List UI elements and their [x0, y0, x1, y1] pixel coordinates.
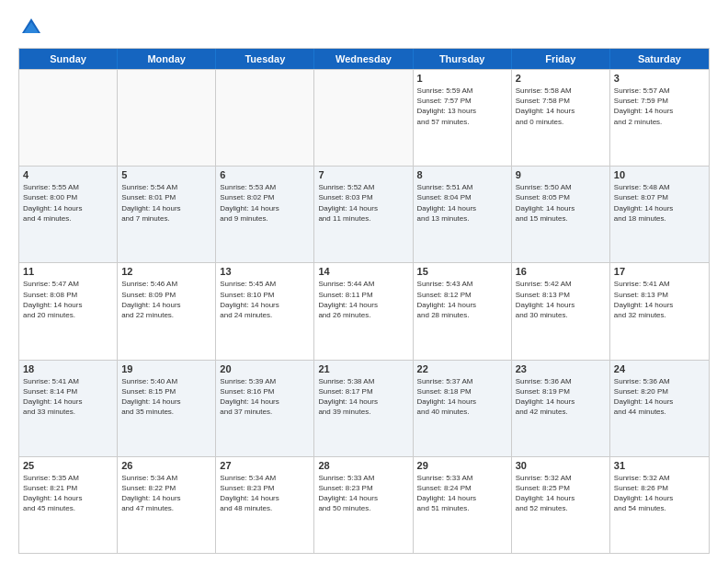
day-number: 2 — [516, 73, 606, 84]
cal-header-day: Sunday — [19, 49, 118, 69]
day-number: 12 — [121, 266, 211, 277]
calendar-row: 4Sunrise: 5:55 AM Sunset: 8:00 PM Daylig… — [19, 166, 709, 262]
day-info: Sunrise: 5:58 AM Sunset: 7:58 PM Dayligh… — [516, 86, 606, 127]
calendar-cell: 1Sunrise: 5:59 AM Sunset: 7:57 PM Daylig… — [414, 70, 512, 166]
calendar-cell: 8Sunrise: 5:51 AM Sunset: 8:04 PM Daylig… — [414, 167, 512, 262]
day-number: 15 — [417, 266, 507, 277]
day-info: Sunrise: 5:48 AM Sunset: 8:07 PM Dayligh… — [614, 182, 705, 224]
day-info: Sunrise: 5:47 AM Sunset: 8:08 PM Dayligh… — [23, 279, 113, 320]
day-number: 18 — [23, 363, 113, 374]
calendar-cell: 3Sunrise: 5:57 AM Sunset: 7:59 PM Daylig… — [610, 70, 709, 166]
logo-icon — [18, 15, 44, 40]
day-number: 22 — [417, 363, 507, 374]
day-info: Sunrise: 5:42 AM Sunset: 8:13 PM Dayligh… — [516, 279, 606, 320]
logo — [18, 15, 48, 40]
calendar-cell: 28Sunrise: 5:33 AM Sunset: 8:23 PM Dayli… — [314, 457, 413, 553]
calendar-cell: 24Sunrise: 5:36 AM Sunset: 8:20 PM Dayli… — [610, 361, 709, 456]
day-number: 20 — [220, 363, 310, 374]
day-number: 11 — [23, 266, 113, 277]
day-number: 19 — [121, 363, 211, 374]
day-number: 6 — [220, 169, 310, 180]
day-number: 5 — [121, 169, 211, 180]
calendar-cell: 7Sunrise: 5:52 AM Sunset: 8:03 PM Daylig… — [314, 167, 413, 262]
day-info: Sunrise: 5:45 AM Sunset: 8:10 PM Dayligh… — [220, 279, 310, 320]
day-info: Sunrise: 5:38 AM Sunset: 8:17 PM Dayligh… — [318, 376, 408, 418]
day-number: 26 — [121, 460, 211, 471]
day-info: Sunrise: 5:39 AM Sunset: 8:16 PM Dayligh… — [220, 376, 310, 418]
calendar: SundayMondayTuesdayWednesdayThursdayFrid… — [18, 48, 710, 554]
day-number: 1 — [417, 73, 507, 84]
day-number: 27 — [220, 460, 310, 471]
calendar-cell: 29Sunrise: 5:33 AM Sunset: 8:24 PM Dayli… — [414, 457, 512, 553]
day-info: Sunrise: 5:43 AM Sunset: 8:12 PM Dayligh… — [417, 279, 507, 320]
calendar-cell: 30Sunrise: 5:32 AM Sunset: 8:25 PM Dayli… — [512, 457, 610, 553]
calendar-cell: 19Sunrise: 5:40 AM Sunset: 8:15 PM Dayli… — [118, 361, 216, 456]
day-info: Sunrise: 5:51 AM Sunset: 8:04 PM Dayligh… — [417, 182, 507, 224]
day-number: 7 — [318, 169, 408, 180]
day-number: 9 — [516, 169, 606, 180]
calendar-row: 18Sunrise: 5:41 AM Sunset: 8:14 PM Dayli… — [19, 360, 709, 456]
calendar-cell: 16Sunrise: 5:42 AM Sunset: 8:13 PM Dayli… — [512, 263, 610, 359]
day-info: Sunrise: 5:55 AM Sunset: 8:00 PM Dayligh… — [23, 182, 113, 224]
day-info: Sunrise: 5:44 AM Sunset: 8:11 PM Dayligh… — [318, 279, 408, 320]
day-number: 28 — [318, 460, 408, 471]
day-number: 13 — [220, 266, 310, 277]
header — [18, 15, 710, 40]
calendar-cell: 20Sunrise: 5:39 AM Sunset: 8:16 PM Dayli… — [216, 361, 314, 456]
day-number: 29 — [417, 460, 507, 471]
day-number: 14 — [318, 266, 408, 277]
calendar-row: 25Sunrise: 5:35 AM Sunset: 8:21 PM Dayli… — [19, 456, 709, 553]
day-info: Sunrise: 5:54 AM Sunset: 8:01 PM Dayligh… — [121, 182, 211, 224]
calendar-cell: 14Sunrise: 5:44 AM Sunset: 8:11 PM Dayli… — [314, 263, 413, 359]
day-info: Sunrise: 5:37 AM Sunset: 8:18 PM Dayligh… — [417, 376, 507, 418]
cal-header-day: Tuesday — [216, 49, 314, 69]
day-info: Sunrise: 5:34 AM Sunset: 8:22 PM Dayligh… — [121, 473, 211, 514]
calendar-row: 1Sunrise: 5:59 AM Sunset: 7:57 PM Daylig… — [19, 69, 709, 166]
day-number: 17 — [614, 266, 705, 277]
calendar-cell: 13Sunrise: 5:45 AM Sunset: 8:10 PM Dayli… — [216, 263, 314, 359]
calendar-cell: 27Sunrise: 5:34 AM Sunset: 8:23 PM Dayli… — [216, 457, 314, 553]
day-number: 25 — [23, 460, 113, 471]
day-number: 16 — [516, 266, 606, 277]
day-info: Sunrise: 5:46 AM Sunset: 8:09 PM Dayligh… — [121, 279, 211, 320]
calendar-cell: 15Sunrise: 5:43 AM Sunset: 8:12 PM Dayli… — [414, 263, 512, 359]
calendar-cell: 17Sunrise: 5:41 AM Sunset: 8:13 PM Dayli… — [610, 263, 709, 359]
cal-header-day: Monday — [118, 49, 216, 69]
calendar-cell: 12Sunrise: 5:46 AM Sunset: 8:09 PM Dayli… — [118, 263, 216, 359]
day-info: Sunrise: 5:41 AM Sunset: 8:13 PM Dayligh… — [614, 279, 705, 320]
calendar-cell: 31Sunrise: 5:32 AM Sunset: 8:26 PM Dayli… — [610, 457, 709, 553]
day-number: 30 — [516, 460, 606, 471]
day-info: Sunrise: 5:33 AM Sunset: 8:24 PM Dayligh… — [417, 473, 507, 514]
day-info: Sunrise: 5:50 AM Sunset: 8:05 PM Dayligh… — [516, 182, 606, 224]
day-number: 21 — [318, 363, 408, 374]
cal-header-day: Friday — [512, 49, 610, 69]
calendar-cell: 4Sunrise: 5:55 AM Sunset: 8:00 PM Daylig… — [19, 167, 118, 262]
day-info: Sunrise: 5:59 AM Sunset: 7:57 PM Dayligh… — [417, 86, 507, 127]
day-info: Sunrise: 5:36 AM Sunset: 8:20 PM Dayligh… — [614, 376, 705, 418]
calendar-body: 1Sunrise: 5:59 AM Sunset: 7:57 PM Daylig… — [19, 69, 709, 553]
day-info: Sunrise: 5:35 AM Sunset: 8:21 PM Dayligh… — [23, 473, 113, 514]
day-number: 8 — [417, 169, 507, 180]
calendar-cell: 5Sunrise: 5:54 AM Sunset: 8:01 PM Daylig… — [118, 167, 216, 262]
calendar-cell: 22Sunrise: 5:37 AM Sunset: 8:18 PM Dayli… — [414, 361, 512, 456]
calendar-cell — [118, 70, 216, 166]
day-info: Sunrise: 5:34 AM Sunset: 8:23 PM Dayligh… — [220, 473, 310, 514]
cal-header-day: Saturday — [610, 49, 709, 69]
calendar-cell: 25Sunrise: 5:35 AM Sunset: 8:21 PM Dayli… — [19, 457, 118, 553]
calendar-cell: 2Sunrise: 5:58 AM Sunset: 7:58 PM Daylig… — [512, 70, 610, 166]
calendar-cell: 6Sunrise: 5:53 AM Sunset: 8:02 PM Daylig… — [216, 167, 314, 262]
day-number: 23 — [516, 363, 606, 374]
calendar-row: 11Sunrise: 5:47 AM Sunset: 8:08 PM Dayli… — [19, 262, 709, 359]
day-info: Sunrise: 5:32 AM Sunset: 8:25 PM Dayligh… — [516, 473, 606, 514]
day-number: 3 — [614, 73, 705, 84]
day-info: Sunrise: 5:53 AM Sunset: 8:02 PM Dayligh… — [220, 182, 310, 224]
calendar-cell: 23Sunrise: 5:36 AM Sunset: 8:19 PM Dayli… — [512, 361, 610, 456]
day-number: 10 — [614, 169, 705, 180]
day-info: Sunrise: 5:33 AM Sunset: 8:23 PM Dayligh… — [318, 473, 408, 514]
calendar-cell — [19, 70, 118, 166]
calendar-cell: 9Sunrise: 5:50 AM Sunset: 8:05 PM Daylig… — [512, 167, 610, 262]
day-info: Sunrise: 5:32 AM Sunset: 8:26 PM Dayligh… — [614, 473, 705, 514]
cal-header-day: Wednesday — [314, 49, 413, 69]
day-info: Sunrise: 5:40 AM Sunset: 8:15 PM Dayligh… — [121, 376, 211, 418]
cal-header-day: Thursday — [414, 49, 512, 69]
